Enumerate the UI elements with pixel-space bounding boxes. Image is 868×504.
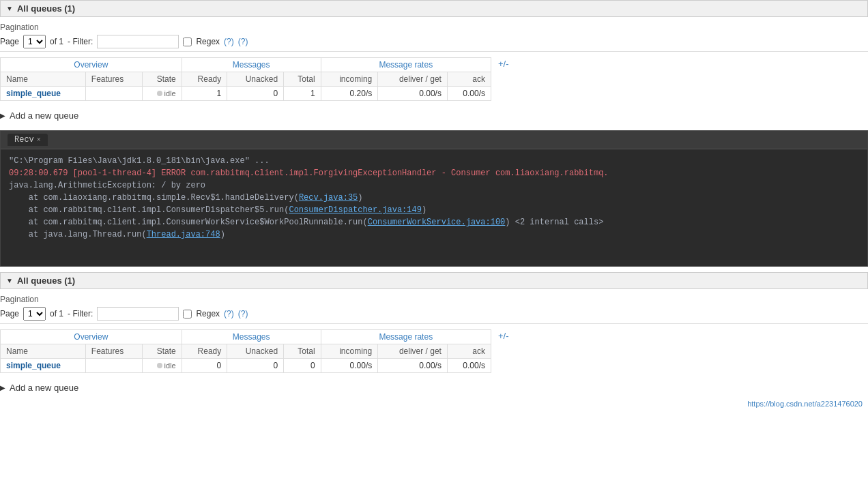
bottom-filter-input[interactable] <box>97 307 179 321</box>
bottom-section-header[interactable]: ▼ All queues (1) <box>0 272 868 289</box>
bottom-col-ready: Ready <box>182 344 227 359</box>
top-add-queue-arrow: ▶ <box>0 112 5 119</box>
top-regex-label: Regex <box>196 37 220 46</box>
bottom-queue-table-wrap: Overview Messages Message rates Name Fea… <box>0 329 868 373</box>
top-page-label: Page <box>0 37 19 46</box>
bottom-col-features: Features <box>85 344 142 359</box>
terminal-link-recv[interactable]: Recv.java:35 <box>299 193 358 203</box>
top-plus-minus-toggle[interactable]: +/- <box>494 57 513 70</box>
top-col-features: Features <box>85 72 142 87</box>
top-regex-checkbox[interactable] <box>183 38 192 46</box>
queue-ready: 1 <box>182 87 227 101</box>
top-filter-label: - Filter: <box>68 37 93 46</box>
bottom-page-label: Page <box>0 309 19 318</box>
bottom-all-queues-section: ▼ All queues (1) Pagination Page 1 of 1 … <box>0 272 868 397</box>
queue-deliver-get: 0.00/s <box>378 359 448 373</box>
queue-unacked: 0 <box>227 359 284 373</box>
queue-features <box>85 359 142 373</box>
terminal-line-1: "C:\Program Files\Java\jdk1.8.0_181\bin\… <box>9 155 859 167</box>
queue-total: 0 <box>284 359 321 373</box>
bottom-queue-table: Overview Messages Message rates Name Fea… <box>0 329 491 373</box>
bottom-col-state: State <box>142 344 182 359</box>
top-message-rates-header: Message rates <box>321 58 491 72</box>
queue-state: idle <box>142 87 182 101</box>
top-collapse-arrow: ▼ <box>6 5 13 12</box>
queue-features <box>85 87 142 101</box>
terminal-line-7: at java.lang.Thread.run(Thread.java:748) <box>9 228 859 241</box>
top-of-label: of 1 <box>50 37 63 46</box>
top-queue-table: Overview Messages Message rates Name Fea… <box>0 57 491 101</box>
bottom-add-queue-label: Add a new queue <box>10 383 78 393</box>
bottom-pagination-controls: Page 1 of 1 - Filter: Regex (?) (?) <box>0 307 868 321</box>
bottom-collapse-arrow: ▼ <box>6 277 13 284</box>
top-page-select[interactable]: 1 <box>23 35 46 48</box>
terminal-link-thread[interactable]: Thread.java:748 <box>147 230 220 239</box>
terminal-header: Recv × <box>1 131 867 149</box>
top-col-state: State <box>142 72 182 87</box>
bottom-pagination-label: Pagination <box>0 295 868 304</box>
bottom-col-header-row: Name Features State Ready Unacked Total … <box>1 344 491 359</box>
queue-deliver-get: 0.00/s <box>378 87 448 101</box>
top-col-unacked: Unacked <box>227 72 284 87</box>
top-pagination-section: Pagination Page 1 of 1 - Filter: Regex (… <box>0 17 868 52</box>
top-regex-hint2: (?) <box>238 37 248 46</box>
table-row: simple_queue idle 0 0 0 0.00/s 0.00/s 0.… <box>1 359 491 373</box>
top-section-title: All queues (1) <box>17 3 75 14</box>
top-queue-table-wrap: Overview Messages Message rates Name Fea… <box>0 57 868 101</box>
queue-total: 1 <box>284 87 321 101</box>
bottom-filter-label: - Filter: <box>68 309 93 318</box>
watermark: https://blog.csdn.net/a2231476020 <box>0 397 868 411</box>
table-row: simple_queue idle 1 0 1 0.20/s 0.00/s 0.… <box>1 87 491 101</box>
bottom-page-select[interactable]: 1 <box>23 307 46 321</box>
top-add-queue-row[interactable]: ▶ Add a new queue <box>0 106 868 125</box>
bottom-overview-header: Overview <box>1 330 182 344</box>
top-pagination-label: Pagination <box>0 23 868 32</box>
bottom-regex-label: Regex <box>196 309 220 318</box>
terminal-line-4: at com.liaoxiang.rabbitmq.simple.Recv$1.… <box>9 192 859 204</box>
top-col-incoming: incoming <box>321 72 378 87</box>
bottom-message-rates-header: Message rates <box>321 330 491 344</box>
bottom-plus-minus-toggle[interactable]: +/- <box>494 329 513 342</box>
bottom-col-name: Name <box>1 344 86 359</box>
terminal-close-button[interactable]: × <box>37 136 41 144</box>
bottom-col-unacked: Unacked <box>227 344 284 359</box>
queue-incoming: 0.20/s <box>321 87 378 101</box>
top-col-ready: Ready <box>182 72 227 87</box>
top-table-outer: Overview Messages Message rates Name Fea… <box>0 57 868 101</box>
bottom-add-queue-row[interactable]: ▶ Add a new queue <box>0 379 868 397</box>
bottom-col-deliver-get: deliver / get <box>378 344 448 359</box>
terminal-body: "C:\Program Files\Java\jdk1.8.0_181\bin\… <box>1 149 867 246</box>
top-col-deliver-get: deliver / get <box>378 72 448 87</box>
queue-name-link[interactable]: simple_queue <box>6 361 61 370</box>
top-col-ack: ack <box>447 72 491 87</box>
terminal-link-workservice[interactable]: ConsumerWorkService.java:100 <box>368 218 506 227</box>
bottom-messages-header: Messages <box>182 330 321 344</box>
queue-ready: 0 <box>182 359 227 373</box>
bottom-col-incoming: incoming <box>321 344 378 359</box>
bottom-regex-checkbox[interactable] <box>183 310 192 318</box>
top-add-queue-label: Add a new queue <box>10 110 78 121</box>
queue-incoming: 0.00/s <box>321 359 378 373</box>
top-regex-hint1: (?) <box>224 37 234 46</box>
terminal-line-3: java.lang.ArithmeticException: / by zero <box>9 179 859 192</box>
bottom-col-total: Total <box>284 344 321 359</box>
top-filter-input[interactable] <box>97 35 179 48</box>
top-messages-header: Messages <box>182 58 321 72</box>
terminal-section: Recv × "C:\Program Files\Java\jdk1.8.0_1… <box>0 130 868 267</box>
bottom-table-outer: Overview Messages Message rates Name Fea… <box>0 329 868 373</box>
queue-name-link[interactable]: simple_queue <box>6 89 61 98</box>
terminal-tab[interactable]: Recv × <box>8 134 48 146</box>
top-pagination-controls: Page 1 of 1 - Filter: Regex (?) (?) <box>0 35 868 48</box>
top-group-header-row: Overview Messages Message rates <box>1 58 491 72</box>
bottom-of-label: of 1 <box>50 309 63 318</box>
top-col-header-row: Name Features State Ready Unacked Total … <box>1 72 491 87</box>
terminal-line-2: 09:28:00.679 [pool-1-thread-4] ERROR com… <box>9 167 859 179</box>
bottom-col-ack: ack <box>447 344 491 359</box>
terminal-link-dispatcher[interactable]: ConsumerDispatcher.java:149 <box>289 205 421 215</box>
top-section-header[interactable]: ▼ All queues (1) <box>0 0 868 17</box>
bottom-regex-hint1: (?) <box>224 309 234 318</box>
top-col-name: Name <box>1 72 86 87</box>
queue-state: idle <box>142 359 182 373</box>
bottom-regex-hint2: (?) <box>238 309 248 318</box>
top-all-queues-section: ▼ All queues (1) Pagination Page 1 of 1 … <box>0 0 868 125</box>
